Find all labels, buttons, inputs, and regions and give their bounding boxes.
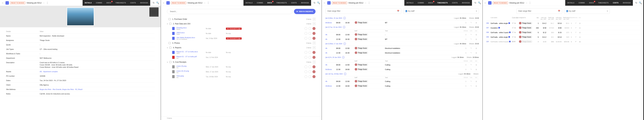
back-icon[interactable]: ← [2, 2, 4, 4]
file-row[interactable]: Report 01 - UT on bolts.docxJSEANo dateN… [167, 50, 316, 55]
add-icon[interactable]: + [313, 46, 316, 49]
add-entry-icon[interactable]: + [344, 73, 346, 75]
home-icon[interactable]: ⌂ [488, 1, 492, 5]
billable-icon[interactable]: $ [569, 41, 574, 43]
billable-icon[interactable]: $ [569, 22, 574, 24]
billable-icon[interactable]: $ [569, 32, 574, 33]
tab-comms[interactable]: COMMS [255, 0, 265, 6]
add-icon[interactable]: + [313, 22, 316, 25]
billable-icon[interactable]: $ [463, 38, 468, 40]
assignee-chip[interactable]: Thiago Souto [519, 40, 532, 43]
tab-docs[interactable]: DOCS4 [265, 0, 274, 6]
billable-icon[interactable]: $ [463, 52, 468, 54]
timesheet-row[interactable]: 4h08:0012:00Thiago SoutoCutting$✎🗑 [326, 63, 479, 67]
history-icon[interactable]: ↻ [474, 1, 476, 4]
action-icon[interactable] [308, 32, 311, 35]
action-icon[interactable] [304, 75, 307, 78]
timesheet-row[interactable]: 8h30min08:0016:30Thiago SoutoMT$✎🗑 [326, 20, 479, 25]
timesheet-row[interactable]: 4h12:3016:30Thiago SoutoElectrical insta… [326, 50, 479, 55]
billable-icon[interactable]: $ [463, 34, 468, 36]
add-entry-icon[interactable]: + [343, 26, 345, 28]
tab-details[interactable]: DETAILS [565, 0, 576, 6]
delete-icon[interactable]: 🗑 [474, 22, 479, 24]
add-icon[interactable]: + [313, 18, 316, 21]
tab-invoices[interactable]: INVOICES [460, 0, 472, 6]
billable-icon[interactable]: $ [569, 27, 574, 29]
search-icon[interactable]: 🔍 [639, 1, 642, 4]
history-icon[interactable]: ↻ [635, 1, 637, 4]
star-icon[interactable]: ☆ [365, 2, 367, 4]
folder-row[interactable]: ▾2. Raw Data and JSA3 items+ [167, 21, 316, 26]
delete-icon[interactable]: 🗑 [474, 38, 479, 40]
back-icon[interactable]: ← [484, 2, 487, 4]
folder-row[interactable]: 3. Photos0 items+ [167, 41, 316, 45]
tab-docs[interactable]: DOCS4 [587, 0, 596, 6]
action-icon[interactable] [308, 75, 311, 78]
billable-icon[interactable]: $ [463, 22, 468, 24]
assignee-chip[interactable]: Thiago Souto [519, 31, 532, 34]
more-icon[interactable]: ⋮ [368, 1, 370, 4]
date-filter[interactable]: Date range filter📅 [516, 8, 562, 14]
date-filter[interactable]: Date range filter📅 [326, 8, 401, 14]
edit-icon[interactable]: ✎ [468, 38, 474, 40]
action-icon[interactable] [304, 37, 307, 40]
delete-icon[interactable]: 🗑 [474, 47, 479, 49]
star-icon[interactable]: ☆ [526, 2, 528, 4]
file-row[interactable]: Yoke.jpegn/aTue, 26 Mar 2024No exp. [167, 74, 316, 79]
reimb-icon[interactable]: ↺ [574, 31, 578, 33]
view-onedrive-button[interactable]: 👁 VIEW IN ONEDRIVE [294, 9, 316, 14]
staff-chip[interactable]: Thiago Souto [354, 51, 368, 54]
cost-row[interactable]: 098Golf balls - white 3-pack17 JaThiago … [486, 30, 640, 35]
billable-icon[interactable]: $ [463, 69, 468, 70]
tab-costs[interactable]: COSTS [450, 0, 460, 6]
more-icon[interactable]: ⋮ [529, 1, 531, 4]
cost-row[interactable]: 104Golf balls - white 6-pack26 MThiago S… [486, 39, 640, 44]
back-icon[interactable]: ← [323, 2, 326, 4]
timesheet-row[interactable]: 4h08:0012:00Thiago SoutoCutting$✎🗑 [326, 79, 479, 84]
delete-icon[interactable]: 🗑 [474, 52, 479, 54]
tab-costs[interactable]: COSTS [289, 0, 299, 6]
action-icon[interactable] [304, 70, 307, 73]
day-date[interactable]: [wk 4] Fri, 26 Jan 2024 [326, 56, 341, 58]
delete-icon[interactable]: 🗑 [474, 80, 479, 82]
staff-chip[interactable]: Thiago Souto [354, 21, 368, 24]
assignee-chip[interactable]: Thiago Souto [519, 22, 532, 25]
action-icon[interactable] [304, 56, 307, 59]
assignee-chip[interactable]: Thiago Souto [519, 26, 532, 29]
day-date[interactable]: [wk 3] Tue, 16 Jan 2024 [326, 26, 342, 28]
delete-icon[interactable]: 🗑 [474, 34, 479, 36]
reimb-icon[interactable]: ↺ [574, 41, 578, 43]
folder-row[interactable]: ▾5. Cost Receipts3 items+ [167, 60, 316, 64]
reimb-icon[interactable]: ↺ [574, 22, 578, 24]
tab-timesheets[interactable]: TIMESHEETS [435, 0, 450, 6]
edit-icon[interactable]: ✎ [468, 34, 474, 36]
folder-row[interactable]: 1. Purchase Order0 items+ [167, 17, 316, 21]
timesheet-row[interactable]: 5h30min12:3018:00Thiago SoutoCutting$✎🗑 [326, 67, 479, 72]
billable-icon[interactable]: $ [463, 85, 468, 87]
tab-invoices[interactable]: INVOICES [299, 0, 311, 6]
edit-icon[interactable]: ✎ [468, 80, 474, 82]
search-input[interactable] [167, 9, 292, 14]
staff-chip[interactable]: Thiago Souto [354, 47, 368, 49]
tab-comms[interactable]: COMMS [576, 0, 587, 6]
billable-icon[interactable]: $ [463, 80, 468, 82]
timesheet-row[interactable]: 4h12:3016:30Thiago SoutoMT$✎🗑 [326, 37, 479, 41]
add-entry-icon[interactable]: + [344, 42, 346, 45]
delete-icon[interactable]: 🗑 [578, 22, 582, 24]
action-icon[interactable] [308, 27, 311, 30]
more-icon[interactable]: ⋮ [46, 1, 48, 4]
tab-invoices[interactable]: INVOICES [621, 0, 633, 6]
cost-row[interactable]: 097Insulation17 JaThiago Souto150$ 50$75… [486, 26, 640, 30]
add-entry-icon[interactable]: + [343, 17, 346, 19]
staff-chip[interactable]: Thiago Souto [354, 63, 368, 66]
staff-filter[interactable]: 👤 Any staff▾ [403, 8, 479, 14]
action-icon[interactable] [308, 37, 311, 40]
action-icon[interactable] [308, 70, 311, 73]
tab-details[interactable]: DETAILS [82, 0, 94, 6]
reimb-icon[interactable]: ↺ [574, 27, 578, 29]
action-icon[interactable] [308, 66, 311, 68]
delete-icon[interactable]: 🗑 [578, 36, 582, 38]
tab-comms[interactable]: COMMS [416, 0, 426, 6]
file-row[interactable]: Report 01 - UT on bolts.pdfn/aSun, 11 Fe… [167, 55, 316, 60]
tab-comms[interactable]: COMMS [94, 0, 104, 6]
